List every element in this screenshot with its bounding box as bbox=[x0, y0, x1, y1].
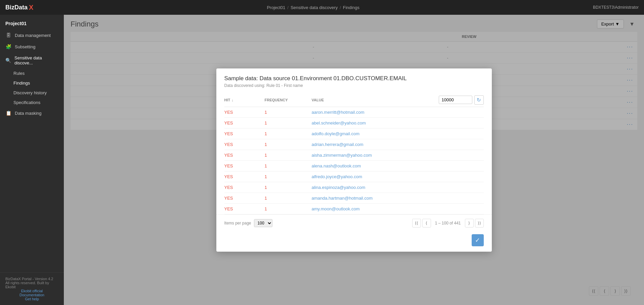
cell-value: aaron.merritt@hotmail.com bbox=[312, 110, 484, 115]
modal-pagination: ⟨⟨ ⟨ 1 – 100 of 441 ⟩ ⟩⟩ bbox=[412, 219, 484, 227]
logo-x: X bbox=[29, 4, 33, 11]
sidebar-sub-findings[interactable]: Findings bbox=[0, 78, 64, 88]
cell-value: amanda.hartman@hotmail.com bbox=[312, 196, 484, 201]
modal-next-page-button[interactable]: ⟩ bbox=[465, 219, 474, 227]
sample-data-row: YES 1 amy.moon@outlook.com bbox=[224, 204, 484, 214]
cell-value: adolfo.doyle@gmail.com bbox=[312, 131, 484, 136]
cell-frequency: 1 bbox=[265, 163, 312, 168]
sample-data-row: YES 1 adolfo.doyle@gmail.com bbox=[224, 129, 484, 139]
cell-frequency: 1 bbox=[265, 174, 312, 179]
cell-value: abel.schneider@yahoo.com bbox=[312, 120, 484, 125]
cell-frequency: 1 bbox=[265, 120, 312, 125]
items-per-page-label: Items per page bbox=[224, 221, 251, 225]
sample-data-modal: Sample data: Data source 01.Environment … bbox=[216, 68, 492, 252]
sidebar-footer: BizDataX Portal - Version 4.2 All rights… bbox=[0, 272, 64, 305]
cell-frequency: 1 bbox=[265, 131, 312, 136]
sidebar-version: BizDataX Portal - Version 4.2 bbox=[5, 277, 58, 281]
sidebar-sub-specifications[interactable]: Specifications bbox=[0, 98, 64, 107]
freq-label: FREQUENCY bbox=[265, 98, 288, 102]
sidebar-rights: All rights reserved. Built by Ekobit bbox=[5, 281, 58, 289]
sidebar-sub-discovery-history[interactable]: Discovery history bbox=[0, 88, 64, 98]
col-value-header: VALUE bbox=[312, 98, 439, 102]
logo-text: BizData bbox=[5, 4, 28, 11]
items-per-page-select[interactable]: 10 25 50 100 bbox=[254, 219, 272, 227]
sidebar-item-label: Subsetting bbox=[15, 44, 35, 49]
cell-hit: YES bbox=[224, 153, 265, 158]
sidebar-item-data-masking[interactable]: 📋 Data masking bbox=[0, 107, 64, 119]
sample-data-row: YES 1 amanda.hartman@hotmail.com bbox=[224, 193, 484, 204]
modal-header: Sample data: Data source 01.Environment … bbox=[216, 68, 492, 91]
database-icon: 🗄 bbox=[5, 33, 11, 38]
modal-subtitle: Data discovered using: Rule 01 - First n… bbox=[224, 83, 484, 88]
cell-hit: YES bbox=[224, 142, 265, 147]
sample-data-row: YES 1 adrian.herrera@gmail.com bbox=[224, 139, 484, 150]
col-hit-header[interactable]: HIT ↓ bbox=[224, 98, 265, 102]
sidebar: Project01 🗄 Data management 🧩 Subsetting… bbox=[0, 15, 64, 305]
sidebar-item-sensitive-data[interactable]: 🔍 Sensitive data discove... bbox=[0, 52, 64, 68]
cell-frequency: 1 bbox=[265, 185, 312, 190]
refresh-button[interactable]: ↻ bbox=[474, 95, 484, 105]
sidebar-link-docs[interactable]: Documentation bbox=[5, 293, 58, 297]
sidebar-sub-rules[interactable]: Rules bbox=[0, 68, 64, 78]
sort-icon: ↓ bbox=[231, 98, 233, 102]
cell-frequency: 1 bbox=[265, 110, 312, 115]
sample-data-row: YES 1 alina.espinoza@yahoo.com bbox=[224, 182, 484, 193]
modal-overlay: Sample data: Data source 01.Environment … bbox=[64, 15, 644, 305]
col-frequency-header: FREQUENCY bbox=[265, 98, 312, 102]
cell-hit: YES bbox=[224, 174, 265, 179]
filter-input[interactable] bbox=[439, 96, 472, 104]
hit-label: HIT bbox=[224, 98, 230, 102]
sidebar-item-label: Sensitive data discove... bbox=[14, 55, 58, 65]
cell-value: alina.espinoza@yahoo.com bbox=[312, 185, 484, 190]
main-content: Findings Export ▼ ▼ REVIEW bbox=[64, 15, 644, 305]
cell-frequency: 1 bbox=[265, 206, 312, 211]
top-nav: BizDataX Project01 / Sensitive data disc… bbox=[0, 0, 644, 15]
modal-actions-row: ✓ bbox=[216, 232, 492, 252]
cell-frequency: 1 bbox=[265, 142, 312, 147]
modal-prev-page-button[interactable]: ⟨ bbox=[422, 219, 431, 227]
cell-value: alfredo.joyce@yahoo.com bbox=[312, 174, 484, 179]
cell-value: amy.moon@outlook.com bbox=[312, 206, 484, 211]
sidebar-item-subsetting[interactable]: 🧩 Subsetting bbox=[0, 41, 64, 52]
cell-hit: YES bbox=[224, 206, 265, 211]
sample-filter: ↻ bbox=[439, 95, 484, 105]
breadcrumb-findings[interactable]: Findings bbox=[343, 5, 359, 10]
refresh-icon: ↻ bbox=[477, 97, 481, 103]
sidebar-item-label: Data masking bbox=[15, 111, 41, 116]
cell-hit: YES bbox=[224, 185, 265, 190]
sample-table-header: HIT ↓ FREQUENCY VALUE bbox=[224, 91, 484, 107]
cell-value: adrian.herrera@gmail.com bbox=[312, 142, 484, 147]
modal-footer: Items per page 10 25 50 100 ⟨⟨ ⟨ 1 – 100… bbox=[216, 214, 492, 232]
cell-frequency: 1 bbox=[265, 196, 312, 201]
modal-pag-range: 1 – 100 of 441 bbox=[435, 221, 461, 225]
puzzle-icon: 🧩 bbox=[5, 44, 11, 49]
breadcrumb-sep1: / bbox=[287, 5, 289, 10]
modal-title: Sample data: Data source 01.Environment … bbox=[224, 75, 484, 82]
cell-hit: YES bbox=[224, 131, 265, 136]
cell-hit: YES bbox=[224, 120, 265, 125]
sample-data-row: YES 1 alfredo.joyce@yahoo.com bbox=[224, 171, 484, 182]
sidebar-link-ekobit[interactable]: Ekobit official bbox=[5, 289, 58, 293]
cell-hit: YES bbox=[224, 196, 265, 201]
cell-frequency: 1 bbox=[265, 153, 312, 158]
cell-value: alena.nash@outlook.com bbox=[312, 163, 484, 168]
user-info: BDXTEST3\Administrator bbox=[593, 5, 639, 10]
sidebar-project: Project01 bbox=[0, 17, 64, 30]
sidebar-item-label: Data management bbox=[15, 33, 51, 38]
breadcrumb: Project01 / Sensitive data discovery / F… bbox=[267, 5, 359, 10]
sidebar-link-help[interactable]: Get help bbox=[5, 297, 58, 301]
sample-data-row: YES 1 alena.nash@outlook.com bbox=[224, 161, 484, 171]
sample-data-row: YES 1 aisha.zimmerman@yahoo.com bbox=[224, 150, 484, 161]
modal-last-page-button[interactable]: ⟩⟩ bbox=[475, 219, 484, 227]
modal-first-page-button[interactable]: ⟨⟨ bbox=[412, 219, 421, 227]
breadcrumb-sep2: / bbox=[340, 5, 341, 10]
confirm-button[interactable]: ✓ bbox=[472, 234, 484, 246]
sample-data-row: YES 1 aaron.merritt@hotmail.com bbox=[224, 107, 484, 118]
masking-icon: 📋 bbox=[5, 110, 11, 116]
breadcrumb-discovery[interactable]: Sensitive data discovery bbox=[291, 5, 338, 10]
sidebar-item-data-management[interactable]: 🗄 Data management bbox=[0, 30, 64, 41]
check-icon: ✓ bbox=[475, 237, 480, 244]
modal-body: HIT ↓ FREQUENCY VALUE bbox=[216, 91, 492, 214]
breadcrumb-project[interactable]: Project01 bbox=[267, 5, 285, 10]
sample-data-row: YES 1 abel.schneider@yahoo.com bbox=[224, 118, 484, 129]
